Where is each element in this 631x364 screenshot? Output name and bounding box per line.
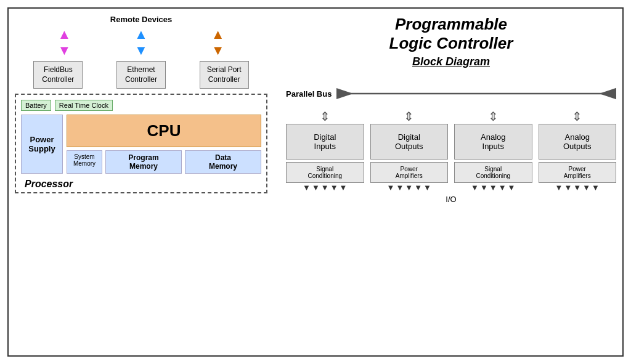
cpu-box: CPU	[67, 115, 261, 147]
io-label: I/O	[286, 195, 616, 204]
memory-row: SystemMemory ProgramMemory DataMemory	[67, 150, 261, 174]
serial-arrow-down-icon: ▼	[211, 42, 225, 59]
fieldbus-controller-box: FieldBusController	[33, 61, 83, 89]
parallel-bus-container: Parallel Bus	[286, 87, 616, 100]
serial-arrow: ▲ ▼	[211, 26, 225, 59]
rtc-box: Real Time Clock	[55, 100, 113, 111]
processor-box: Battery Real Time Clock Power Supply CPU…	[15, 94, 267, 193]
analog-inputs-top-arrow: ⇕	[488, 109, 499, 124]
analog-inputs-down-arrows: ▼▼▼▼▼	[471, 183, 515, 192]
digital-outputs-box: DigitalOutputs	[370, 124, 449, 160]
fieldbus-arrow-up-icon: ▲	[57, 26, 71, 42]
cpu-section: CPU SystemMemory ProgramMemory DataMemor…	[67, 115, 261, 174]
signal-conditioning-box-2: SignalConditioning	[454, 162, 532, 183]
program-memory-box: ProgramMemory	[105, 150, 182, 174]
battery-box: Battery	[21, 100, 51, 111]
power-amplifiers-box-1: PowerAmplifiers	[370, 162, 449, 183]
fieldbus-arrow-down-icon: ▼	[57, 42, 71, 59]
right-panel: Programmable Logic Controller Block Diag…	[274, 9, 622, 355]
arrows-row: ▲ ▼ ▲ ▼ ▲ ▼	[15, 26, 267, 59]
analog-inputs-box: AnalogInputs	[454, 124, 532, 160]
ethernet-arrow-up-icon: ▲	[134, 26, 148, 42]
parallel-bus-arrow	[336, 87, 616, 100]
analog-outputs-top-arrow: ⇕	[572, 109, 582, 124]
ethernet-arrow-down-icon: ▼	[134, 42, 148, 59]
serial-arrow-up-icon: ▲	[211, 26, 225, 42]
ethernet-arrow: ▲ ▼	[134, 26, 148, 59]
fieldbus-arrow: ▲ ▼	[57, 26, 71, 59]
ethernet-controller-box: EthernetController	[116, 61, 166, 89]
controllers-row: FieldBusController EthernetController Se…	[15, 61, 267, 89]
processor-main-row: Power Supply CPU SystemMemory ProgramMem…	[21, 115, 261, 174]
power-supply-box: Power Supply	[21, 115, 63, 174]
analog-outputs-box: AnalogOutputs	[539, 124, 617, 160]
analog-outputs-module: ⇕ AnalogOutputs PowerAmplifiers ▼▼▼▼▼	[539, 109, 617, 192]
digital-inputs-module: ⇕ DigitalInputs SignalConditioning ▼▼▼▼▼	[286, 109, 364, 192]
power-amplifiers-box-2: PowerAmplifiers	[539, 162, 617, 183]
subtitle: Block Diagram	[286, 55, 616, 68]
system-memory-box: SystemMemory	[67, 150, 102, 174]
signal-conditioning-box-1: SignalConditioning	[286, 162, 364, 183]
digital-inputs-down-arrows: ▼▼▼▼▼	[303, 183, 347, 192]
remote-devices-label: Remote Devices	[15, 15, 267, 24]
digital-outputs-module: ⇕ DigitalOutputs PowerAmplifiers ▼▼▼▼▼	[370, 109, 449, 192]
title-area: Programmable Logic Controller Block Diag…	[286, 15, 616, 68]
processor-label: Processor	[25, 179, 73, 190]
parallel-bus-label: Parallel Bus	[286, 89, 332, 99]
main-title: Programmable Logic Controller	[286, 15, 616, 53]
digital-outputs-down-arrows: ▼▼▼▼▼	[387, 183, 431, 192]
data-memory-box: DataMemory	[185, 150, 261, 174]
left-panel: Remote Devices ▲ ▼ ▲ ▼ ▲ ▼ FieldBusContr…	[9, 9, 274, 355]
io-modules-row: ⇕ DigitalInputs SignalConditioning ▼▼▼▼▼…	[286, 109, 616, 192]
digital-outputs-top-arrow: ⇕	[404, 109, 414, 124]
serial-port-controller-box: Serial PortController	[200, 61, 249, 89]
analog-outputs-down-arrows: ▼▼▼▼▼	[555, 183, 600, 192]
digital-inputs-top-arrow: ⇕	[320, 109, 330, 124]
digital-inputs-box: DigitalInputs	[286, 124, 364, 160]
main-container: Remote Devices ▲ ▼ ▲ ▼ ▲ ▼ FieldBusContr…	[7, 7, 624, 357]
analog-inputs-module: ⇕ AnalogInputs SignalConditioning ▼▼▼▼▼	[454, 109, 532, 192]
battery-rtc-row: Battery Real Time Clock	[21, 100, 261, 111]
